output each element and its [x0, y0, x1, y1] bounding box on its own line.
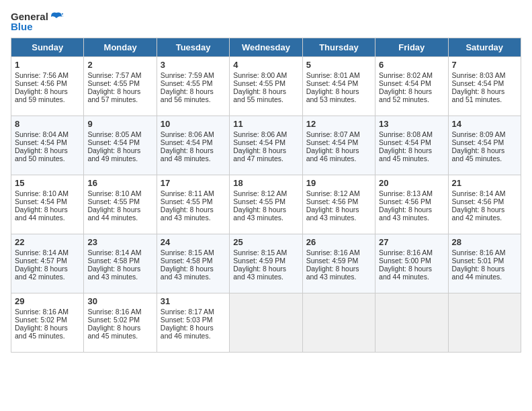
calendar-cell: 28Sunrise: 8:16 AMSunset: 5:01 PMDayligh…	[448, 234, 521, 293]
calendar-cell	[448, 293, 521, 353]
calendar-body: 1Sunrise: 7:56 AMSunset: 4:56 PMDaylight…	[11, 57, 521, 353]
calendar-cell: 9Sunrise: 8:05 AMSunset: 4:54 PMDaylight…	[84, 116, 157, 175]
day-of-week-header: Friday	[375, 38, 448, 57]
calendar-cell: 11Sunrise: 8:06 AMSunset: 4:54 PMDayligh…	[230, 116, 302, 175]
day-of-week-header: Sunday	[11, 38, 84, 57]
logo-text-block: General Blue	[11, 11, 63, 32]
calendar-cell: 14Sunrise: 8:09 AMSunset: 4:54 PMDayligh…	[448, 116, 521, 175]
calendar-week-row: 8Sunrise: 8:04 AMSunset: 4:54 PMDaylight…	[11, 116, 521, 175]
calendar-cell: 12Sunrise: 8:07 AMSunset: 4:54 PMDayligh…	[302, 116, 375, 175]
day-of-week-header: Wednesday	[230, 38, 302, 57]
calendar-cell: 27Sunrise: 8:16 AMSunset: 5:00 PMDayligh…	[375, 234, 448, 293]
calendar-cell: 7Sunrise: 8:03 AMSunset: 4:54 PMDaylight…	[448, 57, 521, 116]
calendar-cell: 19Sunrise: 8:12 AMSunset: 4:56 PMDayligh…	[302, 175, 375, 234]
calendar-cell: 22Sunrise: 8:14 AMSunset: 4:57 PMDayligh…	[11, 234, 84, 293]
calendar-cell: 30Sunrise: 8:16 AMSunset: 5:02 PMDayligh…	[84, 293, 157, 353]
calendar-cell: 1Sunrise: 7:56 AMSunset: 4:56 PMDaylight…	[11, 57, 84, 116]
logo: General Blue	[11, 11, 63, 32]
calendar-cell: 23Sunrise: 8:14 AMSunset: 4:58 PMDayligh…	[84, 234, 157, 293]
calendar-cell: 10Sunrise: 8:06 AMSunset: 4:54 PMDayligh…	[157, 116, 229, 175]
calendar-cell: 4Sunrise: 8:00 AMSunset: 4:55 PMDaylight…	[230, 57, 302, 116]
calendar-header-row: SundayMondayTuesdayWednesdayThursdayFrid…	[11, 38, 521, 57]
calendar-cell	[375, 293, 448, 353]
day-of-week-header: Tuesday	[157, 38, 229, 57]
calendar-cell: 3Sunrise: 7:59 AMSunset: 4:55 PMDaylight…	[157, 57, 229, 116]
day-of-week-header: Saturday	[448, 38, 521, 57]
calendar-cell: 31Sunrise: 8:17 AMSunset: 5:03 PMDayligh…	[157, 293, 229, 353]
calendar-cell: 18Sunrise: 8:12 AMSunset: 4:55 PMDayligh…	[230, 175, 302, 234]
day-of-week-header: Monday	[84, 38, 157, 57]
calendar-cell: 21Sunrise: 8:14 AMSunset: 4:56 PMDayligh…	[448, 175, 521, 234]
calendar-cell: 13Sunrise: 8:08 AMSunset: 4:54 PMDayligh…	[375, 116, 448, 175]
calendar-cell: 8Sunrise: 8:04 AMSunset: 4:54 PMDaylight…	[11, 116, 84, 175]
calendar-week-row: 1Sunrise: 7:56 AMSunset: 4:56 PMDaylight…	[11, 57, 521, 116]
calendar-cell: 20Sunrise: 8:13 AMSunset: 4:56 PMDayligh…	[375, 175, 448, 234]
calendar-cell: 2Sunrise: 7:57 AMSunset: 4:55 PMDaylight…	[84, 57, 157, 116]
logo-bird-icon	[50, 11, 63, 22]
calendar-cell: 26Sunrise: 8:16 AMSunset: 4:59 PMDayligh…	[302, 234, 375, 293]
calendar-cell	[230, 293, 302, 353]
calendar-week-row: 22Sunrise: 8:14 AMSunset: 4:57 PMDayligh…	[11, 234, 521, 293]
calendar-cell: 25Sunrise: 8:15 AMSunset: 4:59 PMDayligh…	[230, 234, 302, 293]
calendar-cell: 15Sunrise: 8:10 AMSunset: 4:54 PMDayligh…	[11, 175, 84, 234]
calendar-table: SundayMondayTuesdayWednesdayThursdayFrid…	[11, 38, 521, 353]
calendar-cell: 6Sunrise: 8:02 AMSunset: 4:54 PMDaylight…	[375, 57, 448, 116]
logo-blue: Blue	[11, 21, 33, 32]
calendar-cell	[302, 293, 375, 353]
calendar-cell: 5Sunrise: 8:01 AMSunset: 4:54 PMDaylight…	[302, 57, 375, 116]
calendar-cell: 16Sunrise: 8:10 AMSunset: 4:55 PMDayligh…	[84, 175, 157, 234]
page-header: General Blue	[11, 11, 521, 32]
calendar-week-row: 15Sunrise: 8:10 AMSunset: 4:54 PMDayligh…	[11, 175, 521, 234]
day-of-week-header: Thursday	[302, 38, 375, 57]
calendar-week-row: 29Sunrise: 8:16 AMSunset: 5:02 PMDayligh…	[11, 293, 521, 353]
calendar-cell: 29Sunrise: 8:16 AMSunset: 5:02 PMDayligh…	[11, 293, 84, 353]
calendar-cell: 24Sunrise: 8:15 AMSunset: 4:58 PMDayligh…	[157, 234, 229, 293]
calendar-cell: 17Sunrise: 8:11 AMSunset: 4:55 PMDayligh…	[157, 175, 229, 234]
